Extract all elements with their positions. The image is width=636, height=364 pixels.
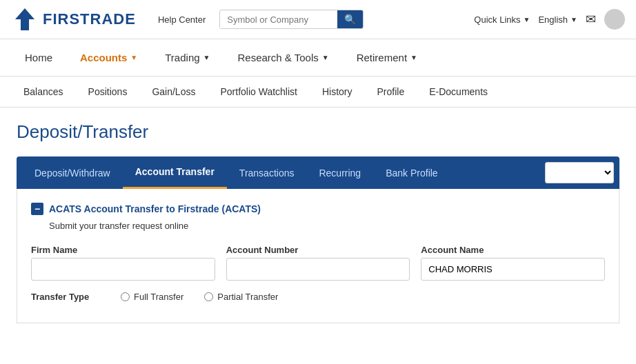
tab-recurring[interactable]: Recurring [306,158,373,188]
form-area: − ACATS Account Transfer to Firstrade (A… [17,189,619,323]
language-arrow: ▼ [570,16,577,23]
help-center-link[interactable]: Help Center [158,14,206,25]
language-button[interactable]: English ▼ [538,14,577,25]
svg-marker-0 [15,8,34,30]
sub-nav: Balances Positions Gain/Loss Portfolio W… [0,77,636,108]
tab-bank-profile[interactable]: Bank Profile [373,158,450,188]
subnav-gain-loss[interactable]: Gain/Loss [139,77,208,107]
firm-name-input[interactable] [31,258,215,281]
partial-transfer-radio[interactable] [204,292,213,301]
nav-research[interactable]: Research & Tools ▼ [223,39,342,76]
partial-transfer-option[interactable]: Partial Transfer [204,292,278,302]
full-transfer-option[interactable]: Full Transfer [121,292,183,302]
account-number-label: Account Number [226,245,410,255]
partial-transfer-label: Partial Transfer [217,292,278,302]
account-number-input[interactable] [226,258,410,281]
retirement-dropdown-arrow: ▼ [410,54,417,61]
subnav-profile[interactable]: Profile [365,77,417,107]
search-button[interactable]: 🔍 [337,10,363,28]
subnav-positions[interactable]: Positions [76,77,140,107]
subnav-portfolio-watchlist[interactable]: Portfolio Watchlist [208,77,310,107]
quick-links-button[interactable]: Quick Links ▼ [474,14,530,25]
main-nav: Home Accounts ▼ Trading ▼ Research & Too… [0,39,636,77]
firm-name-group: Firm Name [31,245,215,281]
quick-links-arrow: ▼ [524,16,530,23]
account-name-group: Account Name [421,245,605,281]
logo-text: FIRSTRADE [43,10,136,28]
header-right: Quick Links ▼ English ▼ ✉ [474,9,625,30]
search-bar: 🔍 [219,10,364,29]
tab-account-transfer[interactable]: Account Transfer [123,156,227,189]
submit-text: Submit your transfer request online [31,221,605,231]
logo-icon [11,6,39,33]
tab-deposit-withdraw[interactable]: Deposit/Withdraw [22,158,123,188]
tab-dropdown[interactable] [545,162,614,183]
full-transfer-radio[interactable] [121,292,130,301]
account-name-label: Account Name [421,245,605,255]
logo[interactable]: FIRSTRADE [11,6,136,33]
trading-dropdown-arrow: ▼ [203,54,210,61]
tab-dropdown-select[interactable] [545,162,614,183]
transfer-type-label: Transfer Type [31,292,100,302]
subnav-history[interactable]: History [310,77,365,107]
transfer-type-row: Transfer Type Full Transfer Partial Tran… [31,292,605,302]
nav-home[interactable]: Home [11,39,66,76]
top-header: FIRSTRADE Help Center 🔍 Quick Links ▼ En… [0,0,636,39]
acats-title: ACATS Account Transfer to Firstrade (ACA… [49,203,261,214]
page-title: Deposit/Transfer [17,121,619,143]
firm-name-label: Firm Name [31,245,215,255]
account-number-group: Account Number [226,245,410,281]
tab-transactions[interactable]: Transactions [227,158,307,188]
subnav-e-documents[interactable]: E-Documents [417,77,500,107]
nav-trading[interactable]: Trading ▼ [151,39,223,76]
research-dropdown-arrow: ▼ [322,54,329,61]
nav-accounts[interactable]: Accounts ▼ [66,39,151,76]
account-avatar[interactable] [604,9,625,30]
full-transfer-label: Full Transfer [134,292,183,302]
tab-bar: Deposit/Withdraw Account Transfer Transa… [17,156,619,189]
collapse-icon[interactable]: − [31,203,43,215]
subnav-balances[interactable]: Balances [11,77,76,107]
acats-header: − ACATS Account Transfer to Firstrade (A… [31,203,605,215]
mail-icon[interactable]: ✉ [586,12,596,27]
search-input[interactable] [220,11,337,28]
accounts-dropdown-arrow: ▼ [130,54,137,61]
form-row-1: Firm Name Account Number Account Name [31,245,605,281]
nav-retirement[interactable]: Retirement ▼ [343,39,431,76]
page-content: Deposit/Transfer Deposit/Withdraw Accoun… [0,108,636,337]
account-name-input[interactable] [421,258,605,281]
